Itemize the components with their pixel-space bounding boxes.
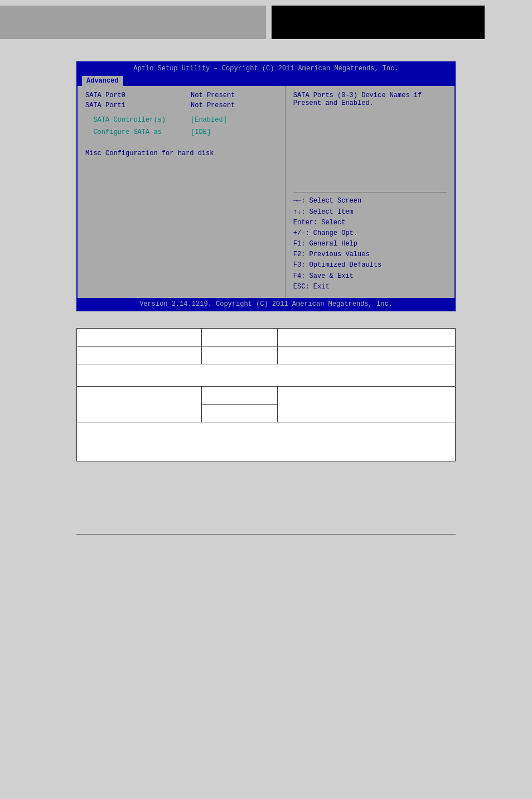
- table-cell: [202, 387, 278, 405]
- bottom-area: [76, 473, 456, 517]
- key-f4: F4: Save & Exit: [293, 271, 447, 282]
- key-esc: ESC: Exit: [293, 282, 447, 292]
- configure-sata-label: Configure SATA as: [85, 128, 191, 136]
- sata-controller-row[interactable]: SATA Controller(s) [Enabled]: [85, 116, 277, 124]
- sata-port1-value: Not Present: [191, 102, 235, 109]
- table-row: [77, 329, 456, 346]
- key-change-opt: +/-: Change Opt.: [293, 228, 447, 239]
- key-select-screen: →←: Select Screen: [293, 196, 447, 206]
- table-cell: [77, 346, 202, 364]
- table-row: [77, 364, 456, 387]
- sata-port1-label: SATA Port1: [85, 102, 191, 109]
- table-row: [77, 387, 456, 405]
- bios-key-legend: →←: Select Screen ↑↓: Select Item Enter:…: [293, 196, 447, 292]
- bottom-divider: [76, 534, 456, 535]
- key-select-item: ↑↓: Select Item: [293, 207, 447, 218]
- misc-config-label: Misc Configuration for hard disk: [85, 150, 277, 157]
- sata-controller-value: [Enabled]: [191, 116, 227, 124]
- sata-port1-row: SATA Port1 Not Present: [85, 102, 277, 109]
- table-cell: [277, 387, 455, 422]
- bios-help-text: SATA Ports (0-3) Device Names if Present…: [293, 92, 447, 107]
- header-right-block: [272, 6, 485, 39]
- bios-screen: Aptio Setup Utility – Copyright (C) 2011…: [76, 61, 456, 311]
- sata-port0-value: Not Present: [191, 92, 235, 99]
- table-cell: [277, 346, 455, 364]
- table-cell: [202, 346, 278, 364]
- bios-help-divider: [293, 192, 447, 192]
- bios-right-panel: SATA Ports (0-3) Device Names if Present…: [285, 86, 454, 298]
- key-f3: F3: Optimized Defaults: [293, 260, 447, 271]
- key-f1: F1: General Help: [293, 239, 447, 249]
- table-cell: [202, 405, 278, 422]
- table-cell: [77, 387, 202, 422]
- table-cell-full: [77, 422, 456, 461]
- bios-tab-bar: Advanced: [78, 75, 454, 86]
- bios-footer: Version 2.14.1219. Copyright (C) 2011 Am…: [78, 298, 454, 310]
- key-f2: F2: Previous Values: [293, 249, 447, 260]
- bios-title: Aptio Setup Utility – Copyright (C) 2011…: [78, 62, 454, 75]
- table-cell-full: [77, 364, 456, 387]
- top-header: [0, 0, 532, 45]
- doc-table-section: [76, 328, 456, 461]
- table-row: [77, 422, 456, 461]
- bios-tab-advanced[interactable]: Advanced: [82, 76, 123, 86]
- configure-sata-row[interactable]: Configure SATA as [IDE]: [85, 128, 277, 136]
- bios-left-panel: SATA Port0 Not Present SATA Port1 Not Pr…: [78, 86, 285, 298]
- sata-port0-label: SATA Port0: [85, 92, 191, 99]
- sata-port0-row: SATA Port0 Not Present: [85, 92, 277, 99]
- doc-table: [76, 328, 456, 461]
- table-cell: [202, 329, 278, 346]
- table-row: [77, 346, 456, 364]
- table-cell: [277, 329, 455, 346]
- table-cell: [77, 329, 202, 346]
- header-left-block: [0, 6, 266, 39]
- bios-body: SATA Port0 Not Present SATA Port1 Not Pr…: [78, 86, 454, 298]
- sata-controller-label: SATA Controller(s): [85, 116, 191, 124]
- configure-sata-value: [IDE]: [191, 128, 211, 136]
- key-enter: Enter: Select: [293, 218, 447, 228]
